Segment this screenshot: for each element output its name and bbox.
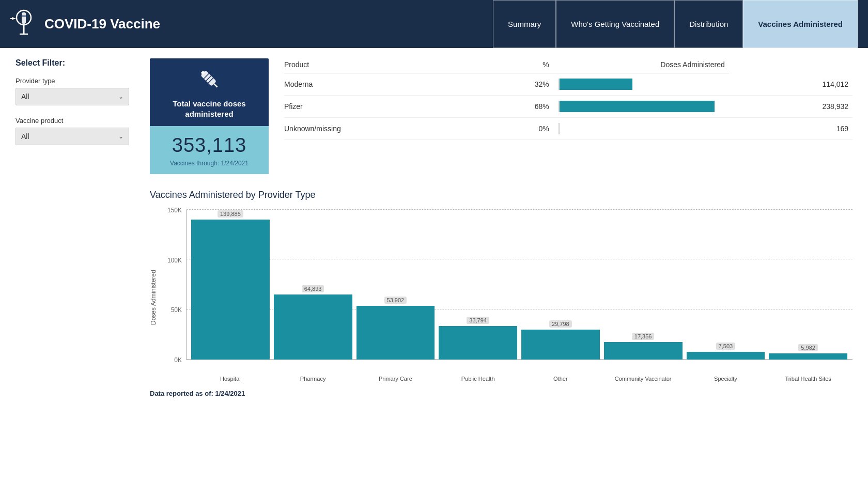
svg-line-9 [214,84,217,87]
main-nav: Summary Who's Getting Vaccinated Distrib… [493,0,858,48]
product-name: Pfizer [284,96,490,118]
footer-note: Data reported as of: 1/24/2021 [150,390,853,397]
total-doses-date: Vaccines through: 1/24/2021 [155,160,264,172]
bar-divider [559,123,560,134]
bar-x-label: Community Vaccinator [615,375,672,382]
bar-x-label: Public Health [461,375,495,382]
product-table: Product % Doses Administered Moderna 32%… [284,58,853,140]
bar-value-label: 29,798 [549,320,572,328]
y-axis-label: Doses Administered [150,210,157,385]
chart-bar [687,352,765,360]
bar-x-label: Primary Care [379,375,412,382]
col-percent: % [490,58,553,73]
table-row: Unknown/missing 0% 169 [284,118,853,140]
table-row: Moderna 32% 114,012 [284,73,853,96]
chart-bar [439,326,517,360]
product-percent: 0% [490,118,553,140]
bar-value-label: 53,902 [384,297,407,304]
total-doses-number: 353,113 [155,134,264,157]
product-doses: 238,932 [729,96,853,118]
chart-bar [521,330,600,360]
bar-divider [559,101,560,112]
chart-bar [274,294,352,360]
bars-container: 139,885Hospital64,893Pharmacy53,902Prima… [186,210,853,360]
y-label-150k: 150K [167,207,182,214]
vaccine-logo-icon [10,8,37,40]
chart-container: Doses Administered 150K [150,210,853,385]
header: COVID-19 Vaccine Summary Who's Getting V… [0,0,868,48]
chart-title: Vaccines Administered by Provider Type [150,190,853,200]
bar-value-label: 5,982 [798,344,818,351]
bar-x-label: Other [553,375,568,382]
product-table-area: Product % Doses Administered Moderna 32%… [284,58,853,140]
chart-bar [604,342,683,360]
bar-value-label: 64,893 [302,285,324,292]
bar-divider [559,79,560,90]
y-label-0k: 0K [174,356,182,364]
product-bar [560,101,715,112]
provider-type-chevron-icon: ⌄ [118,93,123,100]
total-doses-card: Total vaccine doses administered 353,113… [150,58,269,174]
bar-value-label: 33,794 [467,317,489,324]
chart-axes: 150K 100K 50K 0K 139,885Hospital64,893Ph… [160,210,853,385]
y-label-100k: 100K [167,257,182,264]
bar-value-label: 17,356 [632,333,655,340]
vaccine-product-chevron-icon: ⌄ [118,133,123,140]
product-doses: 114,012 [729,73,853,96]
content-area: Total vaccine doses administered 353,113… [150,58,853,397]
chart-section: Vaccines Administered by Provider Type D… [150,190,853,385]
stats-row: Total vaccine doses administered 353,113… [150,58,853,174]
chart-inner: 150K 100K 50K 0K 139,885Hospital64,893Ph… [160,210,853,385]
y-label-50k: 50K [171,306,182,314]
product-doses: 169 [729,118,853,140]
tab-vaccines-administered[interactable]: Vaccines Administered [743,0,858,48]
chart-bar [191,220,270,360]
vaccine-product-label: Vaccine product [16,117,140,125]
provider-type-label: Provider type [16,77,140,85]
app-title: COVID-19 Vaccine [44,16,160,32]
provider-type-select[interactable]: All ⌄ [16,88,129,105]
main-content: Select Filter: Provider type All ⌄ Vacci… [0,48,868,481]
provider-type-filter: Provider type All ⌄ [16,77,140,105]
syringe-icon [155,68,264,96]
y-axis-labels: 150K 100K 50K 0K [160,210,184,360]
bar-x-label: Pharmacy [300,375,326,382]
product-bar-cell [553,73,729,96]
bar-x-label: Tribal Health Sites [785,375,831,382]
filter-sidebar: Select Filter: Provider type All ⌄ Vacci… [16,58,150,157]
product-bar-cell [553,118,729,140]
filter-section-title: Select Filter: [16,58,140,68]
col-product: Product [284,58,490,73]
product-percent: 68% [490,96,553,118]
chart-bar [357,306,435,360]
product-bar [560,79,632,90]
vaccine-product-select[interactable]: All ⌄ [16,128,129,145]
total-doses-label: Total vaccine doses administered [155,99,264,119]
logo-area: COVID-19 Vaccine [10,8,160,40]
svg-rect-2 [20,15,28,17]
product-bar-cell [553,96,729,118]
tab-who-vaccinated[interactable]: Who's Getting Vaccinated [556,0,674,48]
chart-bar [769,353,847,360]
svg-rect-1 [22,12,26,24]
table-row: Pfizer 68% 238,932 [284,96,853,118]
total-doses-card-top: Total vaccine doses administered [150,58,269,126]
bar-x-label: Specialty [714,375,737,382]
bar-x-label: Hospital [220,375,241,382]
product-name: Unknown/missing [284,118,490,140]
vaccine-product-filter: Vaccine product All ⌄ [16,117,140,145]
product-percent: 32% [490,73,553,96]
bar-value-label: 7,503 [716,343,736,350]
bar-value-label: 139,885 [218,210,243,218]
col-doses: Doses Administered [553,58,729,73]
total-doses-card-bottom: 353,113 Vaccines through: 1/24/2021 [150,126,269,174]
tab-distribution[interactable]: Distribution [674,0,743,48]
tab-summary[interactable]: Summary [493,0,556,48]
product-name: Moderna [284,73,490,96]
